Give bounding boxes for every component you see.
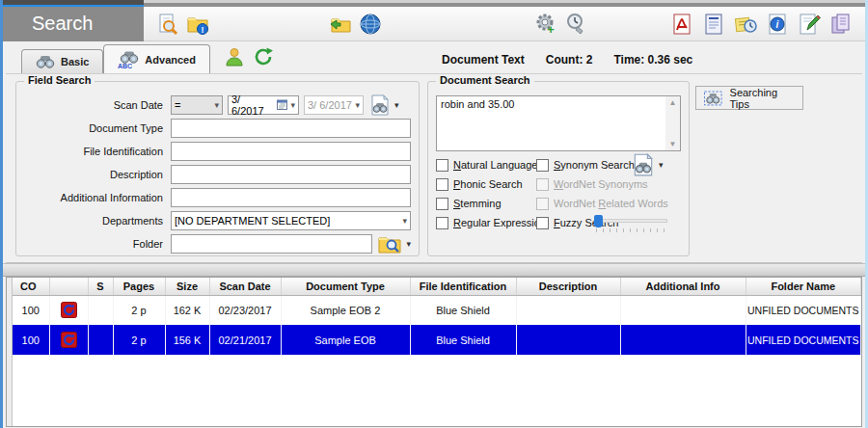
results-grid: CO S Pages Size Scan Date Document Type … (6, 277, 862, 427)
col-header-document-type[interactable]: Document Type (281, 278, 410, 295)
checkbox[interactable] (436, 159, 448, 172)
query-scrollbar[interactable]: ▲ ▼ (665, 96, 680, 150)
checkbox[interactable] (436, 178, 448, 191)
horizontal-splitter[interactable] (3, 263, 865, 277)
col-header-pages[interactable]: Pages (113, 278, 165, 295)
refresh-icon[interactable] (253, 46, 274, 71)
scan-date-from-picker[interactable]: 3/ 6/2017 ▾ (228, 95, 299, 115)
col-header-s[interactable]: S (88, 278, 113, 295)
col-header-size[interactable]: Size (165, 278, 209, 295)
description-input[interactable] (171, 165, 411, 184)
departments-select[interactable]: [NO DEPARTMENT SELECTED] ▾ (171, 211, 411, 230)
edit-document-icon[interactable] (797, 12, 822, 37)
document-search-title: Document Search (436, 74, 534, 86)
tab-side-buttons (224, 44, 274, 73)
calendar-icon (277, 99, 287, 112)
cell-pages: 2 p (113, 325, 165, 355)
scroll-down-icon[interactable]: ▼ (669, 140, 677, 148)
svg-text:+: + (547, 22, 555, 36)
wordnet-synonyms-label: WordNet Synonyms (554, 178, 648, 190)
folder-alert-icon[interactable]: ! (185, 12, 210, 37)
phonic-search-label: Phonic Search (453, 178, 523, 190)
tab-advanced[interactable]: ABC Advanced (103, 44, 210, 73)
col-header-icon[interactable] (49, 278, 88, 295)
checkbox[interactable] (536, 159, 549, 172)
cell-s (88, 295, 113, 325)
searching-tips-button[interactable]: Searching Tips (695, 86, 803, 110)
tab-basic[interactable]: Basic (21, 49, 103, 73)
scan-date-to-value: 3/ 6/2017 (308, 99, 352, 111)
description-label: Description (22, 169, 163, 180)
document-binoculars-icon (631, 153, 656, 176)
document-type-row: Document Type (22, 119, 411, 138)
cell-document-type: Sample EOB (281, 325, 410, 355)
checkbox[interactable] (436, 217, 448, 229)
cell-file-identification: Blue Shield (410, 325, 516, 355)
cell-s (88, 325, 113, 355)
chevron-down-icon: ▾ (214, 100, 219, 110)
audit-clock-icon[interactable] (563, 12, 588, 37)
slider-ticks (596, 228, 665, 232)
result-row-2-selected[interactable]: 100 2 p 156 K 02/21/2017 Sample EOB Blue… (13, 325, 861, 355)
scan-date-operator-select[interactable]: = ▾ (171, 95, 223, 115)
wordnet-synonyms-checkbox: WordNet Synonyms (536, 176, 648, 192)
copy-document-icon[interactable] (828, 12, 854, 37)
stemming-checkbox[interactable]: Stemming (436, 196, 502, 211)
scan-date-from-value: 3/ 6/2017 (231, 94, 274, 117)
scan-date-label: Scan Date (22, 99, 163, 111)
reminder-notes-icon[interactable] (733, 12, 758, 37)
phonic-search-checkbox[interactable]: Phonic Search (436, 176, 523, 192)
scroll-up-icon[interactable]: ▲ (669, 98, 677, 107)
document-search-query-input[interactable]: robin and 35.00 (436, 95, 681, 151)
stemming-label: Stemming (453, 198, 502, 209)
document-type-icon (61, 302, 77, 318)
cell-size: 156 K (165, 325, 209, 355)
scan-date-to-picker[interactable]: 3/ 6/2017 ▾ (304, 95, 364, 115)
departments-value: [NO DEPARTMENT SELECTED] (175, 215, 330, 227)
document-type-icon (61, 332, 77, 348)
folder-browse-button[interactable]: ▾ (378, 234, 411, 254)
col-header-scan-date[interactable]: Scan Date (209, 278, 281, 295)
text-report-icon[interactable] (701, 12, 726, 37)
chevron-down-icon: ▾ (355, 100, 360, 110)
cell-pages: 2 p (113, 295, 165, 325)
result-row-1[interactable]: 100 2 p 162 K 02/23/2017 Sample EOB 2 Bl… (13, 295, 861, 325)
export-pdf-icon[interactable] (669, 12, 694, 37)
additional-information-label: Additional Information (22, 192, 163, 203)
folder-row: Folder ▾ (22, 234, 411, 254)
fuzzy-search-slider[interactable] (594, 215, 667, 232)
col-header-folder-name[interactable]: Folder Name (746, 278, 861, 295)
document-binoculars-icon (368, 94, 392, 116)
folder-input[interactable] (171, 234, 372, 254)
status-count: Count: 2 (546, 53, 593, 67)
checkbox[interactable] (536, 217, 549, 229)
col-header-description[interactable]: Description (516, 278, 620, 295)
document-info-icon[interactable]: i (765, 12, 790, 37)
synonym-options-button[interactable]: ▾ (631, 153, 664, 176)
document-type-input[interactable] (171, 119, 411, 138)
toolbar-group-search: ! (155, 12, 210, 37)
search-tabs: Basic ABC Advanced Document Text Count: … (6, 43, 862, 73)
file-identification-input[interactable] (171, 142, 411, 161)
col-header-file-identification[interactable]: File Identification (410, 278, 516, 295)
document-search-group: Document Search robin and 35.00 ▲ ▼ Natu… (427, 81, 690, 256)
col-header-co[interactable]: CO (13, 278, 49, 295)
checkbox[interactable] (436, 198, 448, 210)
preview-search-icon[interactable] (155, 12, 180, 37)
web-globe-icon[interactable] (358, 12, 383, 37)
natural-language-checkbox[interactable]: Natural Language (436, 157, 537, 173)
file-identification-row: File Identification (22, 142, 411, 161)
wordnet-related-words-checkbox: WordNet Related Words (536, 196, 668, 211)
slider-thumb[interactable] (594, 215, 603, 227)
svg-text:!: ! (202, 24, 204, 34)
folder-export-icon[interactable] (328, 12, 353, 37)
searching-tips-label: Searching Tips (730, 87, 795, 110)
toolbar-group-publish (328, 12, 383, 37)
col-header-additional-info[interactable]: Additional Info (620, 278, 746, 295)
user-profile-icon[interactable] (224, 46, 245, 71)
gear-add-icon[interactable]: + (533, 12, 558, 37)
regular-expression-checkbox[interactable]: Regular Expression (436, 215, 546, 230)
scan-date-search-options-button[interactable]: ▾ (368, 94, 399, 116)
field-search-title: Field Search (24, 74, 95, 86)
additional-information-input[interactable] (171, 188, 411, 207)
